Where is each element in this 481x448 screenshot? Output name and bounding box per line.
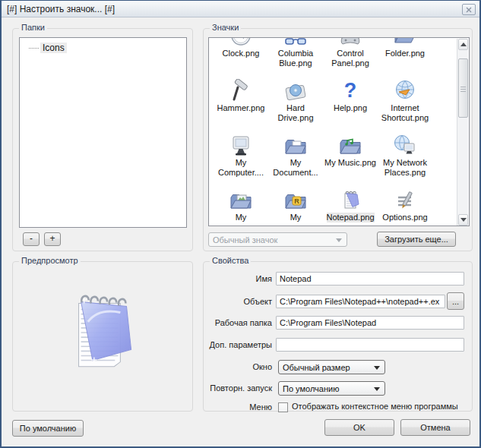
icon-label: Clock.png <box>223 49 260 58</box>
cancel-button[interactable]: Отмена <box>400 419 470 436</box>
scroll-up-button[interactable] <box>458 39 468 50</box>
svg-text:?: ? <box>344 79 357 102</box>
icon-grid-item[interactable]: My Computer.... <box>214 134 268 178</box>
icon-label: My Network Places.png <box>378 158 432 178</box>
name-input[interactable] <box>276 272 464 286</box>
icon-type-select[interactable]: Обычный значок <box>208 232 347 247</box>
scrollbar-thumb[interactable] <box>458 58 468 118</box>
tree-branch-line <box>29 48 39 49</box>
icon-label: Hard Drive.png <box>269 103 322 123</box>
close-icon <box>466 7 472 13</box>
icon-grid-item[interactable]: Columbia Blue.png <box>268 37 323 68</box>
preview-group-title: Предпросмотр <box>19 256 81 265</box>
icon-label: My <box>290 213 302 222</box>
folders-group: Папки Icons - + <box>12 28 193 251</box>
icon-grid-item[interactable]: Internet Shortcut.png <box>378 79 432 123</box>
title-bar[interactable]: [#] Настроить значок... [#] <box>2 1 479 17</box>
notepad-icon <box>338 188 362 213</box>
icon-label: Columbia Blue.png <box>269 49 322 68</box>
params-input[interactable] <box>276 338 464 352</box>
target-input[interactable] <box>276 295 445 308</box>
options-icon <box>393 188 417 213</box>
browse-button[interactable]: ... <box>447 292 464 310</box>
target-label: Объект <box>204 297 272 306</box>
window-mode-select[interactable]: Обычный размер <box>278 360 385 374</box>
icon-grid-item[interactable]: R My <box>268 188 323 222</box>
arrow-down-icon <box>460 218 467 222</box>
scrollbar-gripper-icon <box>460 87 466 87</box>
params-label: Доп. параметры <box>204 340 272 349</box>
ok-button[interactable]: OK <box>324 419 394 436</box>
icon-grid-item[interactable]: Control Panel.png <box>323 37 378 68</box>
my-pictures-icon <box>229 188 253 213</box>
tree-item[interactable]: Icons <box>20 38 186 53</box>
add-folder-button[interactable]: + <box>44 232 61 246</box>
relaunch-value: По умолчанию <box>283 384 339 393</box>
icon-grid-item[interactable]: My Network Places.png <box>378 134 432 178</box>
icon-grid-item[interactable]: Hammer.png <box>214 79 268 123</box>
icon-label: My Computer.... <box>214 158 267 178</box>
icon-grid-item[interactable]: Clock.png <box>214 37 268 68</box>
menu-label: Меню <box>204 402 272 412</box>
icon-label: My Music.png <box>324 158 376 168</box>
icon-label: Internet Shortcut.png <box>378 103 432 123</box>
name-label: Имя <box>204 274 272 283</box>
control-panel-icon <box>338 37 362 49</box>
icon-label: Folder.png <box>385 49 425 58</box>
working-dir-label: Рабочая папка <box>204 318 272 327</box>
folder-icon <box>393 37 417 49</box>
icon-grid-item[interactable]: Notepad.png <box>323 188 378 222</box>
hammer-icon <box>229 79 253 103</box>
icons-group-title: Значки <box>210 23 241 32</box>
arrow-up-icon <box>460 43 467 46</box>
show-context-menu-checkbox[interactable] <box>278 402 288 412</box>
properties-group-title: Свойства <box>210 256 251 265</box>
folders-group-title: Папки <box>19 23 47 32</box>
default-button[interactable]: По умолчанию <box>12 420 84 437</box>
internet-shortcut-icon <box>393 79 417 103</box>
icon-type-value: Обычный значок <box>213 235 277 245</box>
dropdown-arrow-icon <box>374 387 380 391</box>
folder-tree[interactable]: Icons <box>19 37 187 228</box>
icon-label: Options.png <box>382 213 427 222</box>
icon-grid-item[interactable]: Options.png <box>378 188 432 222</box>
my-recent-icon: R <box>283 188 308 213</box>
show-context-menu-checkbox-label: Отображать контекстное меню программы <box>292 402 458 411</box>
notepad-preview-icon <box>59 282 144 386</box>
icon-grid-item[interactable]: Folder.png <box>378 37 432 68</box>
configure-icon-dialog: [#] Настроить значок... [#] Папки Icons … <box>0 0 481 448</box>
relaunch-label: Повторн. запуск <box>204 383 272 393</box>
columbia-blue-icon <box>283 37 308 49</box>
icon-list[interactable]: Clock.png Columbia Blue.png Control Pane… <box>208 37 470 226</box>
working-dir-input[interactable] <box>276 316 464 330</box>
clock-icon <box>229 37 253 49</box>
svg-text:R: R <box>294 197 299 205</box>
vertical-scrollbar[interactable] <box>457 39 468 226</box>
my-computer-icon <box>229 134 253 158</box>
scroll-down-button[interactable] <box>458 214 468 226</box>
my-network-places-icon <box>393 134 417 158</box>
icon-grid-item[interactable]: Hard Drive.png <box>268 79 323 123</box>
icon-grid-item[interactable]: My Music.png <box>323 134 378 178</box>
remove-folder-button[interactable]: - <box>23 232 40 246</box>
tree-item-label: Icons <box>40 43 67 53</box>
window-mode-label: Окно <box>204 362 272 371</box>
icon-label: My <box>236 213 247 222</box>
icon-grid-item[interactable]: ? Help.png <box>323 79 378 123</box>
my-documents-icon <box>283 134 308 158</box>
preview-group: Предпросмотр <box>12 261 193 412</box>
load-more-button[interactable]: Загрузить еще... <box>377 232 456 247</box>
icon-label: My Document... <box>269 158 322 178</box>
close-button[interactable] <box>462 4 476 15</box>
icon-label: Notepad.png <box>327 213 375 222</box>
dropdown-arrow-icon <box>336 238 342 242</box>
icon-grid-item[interactable]: My <box>214 188 268 222</box>
relaunch-select[interactable]: По умолчанию <box>278 381 385 396</box>
window-title: [#] Настроить значок... [#] <box>7 4 115 14</box>
icon-label: Control Panel.png <box>324 49 377 68</box>
icons-group: Значки Clock.png Columbia Blue.png Contr… <box>203 28 473 251</box>
my-music-icon <box>338 134 362 158</box>
properties-group: Свойства Имя Объект ... Рабочая папка До… <box>203 261 473 412</box>
icon-label: Help.png <box>334 103 367 113</box>
icon-grid-item[interactable]: My Document... <box>268 134 323 178</box>
